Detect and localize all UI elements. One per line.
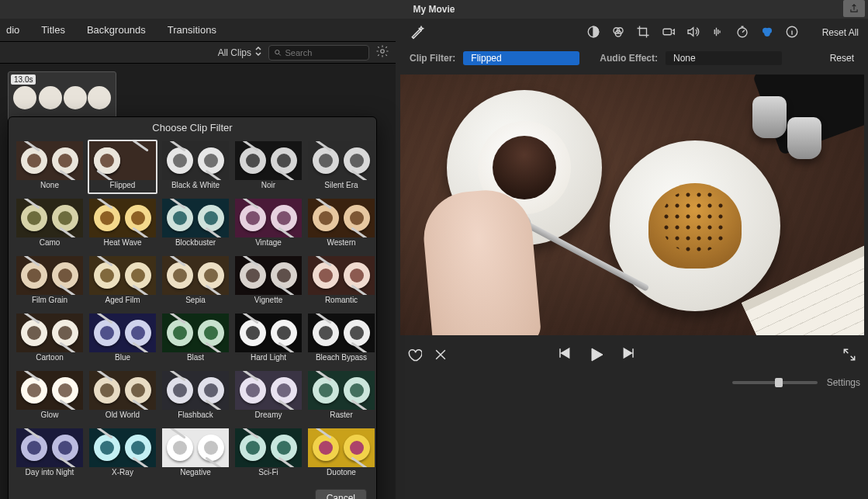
info-icon[interactable]	[785, 25, 799, 41]
filter-thumbnail	[162, 141, 229, 180]
color-correction-icon[interactable]	[611, 25, 625, 41]
audio-effect-value[interactable]: None	[666, 51, 782, 65]
filter-name: Hard Light	[251, 353, 286, 364]
filter-option-duotone[interactable]: Duotone	[306, 427, 376, 481]
filter-thumbnail	[308, 256, 375, 295]
filter-option-negative[interactable]: Negative	[161, 427, 230, 481]
speed-icon[interactable]	[735, 25, 749, 41]
filter-name: Sci-Fi	[258, 468, 278, 479]
filter-option-x-ray[interactable]: X-Ray	[88, 427, 157, 481]
volume-icon[interactable]	[686, 25, 700, 41]
filter-name: Old World	[105, 411, 140, 421]
filter-thumbnail	[16, 199, 83, 237]
filter-thumbnail	[308, 371, 375, 410]
favorite-icon[interactable]	[406, 347, 422, 365]
filter-option-raster[interactable]: Raster	[306, 369, 376, 424]
preview-viewer[interactable]	[400, 75, 864, 335]
filter-option-bleach-bypass[interactable]: Bleach Bypass	[306, 312, 376, 366]
filter-option-sepia[interactable]: Sepia	[161, 255, 230, 309]
color-balance-icon[interactable]	[586, 25, 600, 41]
zoom-slider[interactable]	[732, 381, 818, 384]
filter-name: Vintage	[255, 238, 282, 249]
filter-name: Sepia	[185, 296, 206, 307]
reset-all-button[interactable]: Reset All	[822, 27, 859, 38]
filter-name: Blue	[115, 353, 130, 364]
filter-name: Negative	[180, 468, 210, 479]
filter-option-flashback[interactable]: Flashback	[161, 369, 230, 424]
window-title: My Movie	[413, 4, 455, 15]
reject-icon[interactable]	[433, 347, 448, 365]
next-frame-icon[interactable]	[621, 345, 637, 366]
filter-option-cartoon[interactable]: Cartoon	[15, 312, 85, 366]
share-button[interactable]	[843, 0, 865, 17]
clip-filter-value[interactable]: Flipped	[463, 51, 579, 65]
filter-thumbnail	[162, 256, 229, 295]
settings-button[interactable]: Settings	[827, 377, 860, 388]
clip-filter-icon[interactable]	[760, 25, 774, 41]
filter-option-western[interactable]: Western	[306, 197, 376, 251]
search-input[interactable]	[268, 45, 369, 61]
filter-option-old-world[interactable]: Old World	[88, 369, 157, 424]
search-field[interactable]	[285, 48, 365, 57]
reset-button[interactable]: Reset	[830, 53, 854, 64]
filter-option-black-white[interactable]: Black & White	[161, 140, 230, 194]
scope-label: All Clips	[218, 47, 251, 58]
filter-name: Romantic	[325, 296, 358, 307]
filter-thumbnail	[162, 371, 229, 410]
noise-reduction-icon[interactable]	[711, 25, 724, 41]
auto-enhance-icon[interactable]	[410, 24, 425, 42]
filter-name: Blast	[187, 353, 204, 364]
filter-option-silent-era[interactable]: Silent Era	[306, 140, 376, 194]
filter-option-vignette[interactable]: Vignette	[233, 255, 303, 309]
stepper-icon	[254, 46, 262, 59]
filter-option-aged-film[interactable]: Aged Film	[88, 255, 157, 309]
filter-thumbnail	[16, 256, 83, 295]
filter-option-romantic[interactable]: Romantic	[306, 255, 376, 309]
filter-option-flipped[interactable]: Flipped	[88, 140, 157, 194]
filter-option-film-grain[interactable]: Film Grain	[15, 255, 85, 309]
filter-option-hard-light[interactable]: Hard Light	[233, 312, 303, 366]
filter-thumbnail	[162, 199, 229, 237]
filter-option-day-into-night[interactable]: Day into Night	[15, 427, 85, 481]
filter-option-vintage[interactable]: Vintage	[233, 197, 303, 251]
filter-option-camo[interactable]: Camo	[15, 197, 85, 251]
clip-filter-label: Clip Filter:	[410, 53, 455, 64]
gear-icon[interactable]	[375, 44, 389, 61]
svg-point-0	[275, 50, 279, 54]
tab-transitions[interactable]: Transitions	[168, 24, 216, 36]
filter-thumbnail	[308, 428, 375, 467]
tab-backgrounds[interactable]: Backgrounds	[87, 24, 146, 36]
filter-name: Raster	[330, 411, 352, 421]
stabilization-icon[interactable]	[661, 25, 675, 41]
filter-option-dreamy[interactable]: Dreamy	[233, 369, 303, 424]
filter-option-blue[interactable]: Blue	[88, 312, 157, 366]
filter-option-sci-fi[interactable]: Sci-Fi	[233, 427, 303, 481]
filter-option-blast[interactable]: Blast	[161, 312, 230, 366]
filter-option-noir[interactable]: Noir	[233, 140, 303, 194]
filter-name: Noir	[261, 181, 275, 192]
panel-title: Choose Clip Filter	[9, 117, 376, 140]
filter-thumbnail	[308, 199, 375, 237]
filter-thumbnail	[235, 199, 302, 237]
filter-thumbnail	[16, 371, 83, 410]
play-icon[interactable]	[587, 345, 606, 366]
tab-audio[interactable]: dio	[6, 24, 19, 36]
crop-icon[interactable]	[636, 25, 650, 41]
cancel-button[interactable]: Cancel	[315, 489, 367, 499]
filter-option-none[interactable]: None	[15, 140, 85, 194]
filter-name: None	[40, 181, 59, 192]
filter-name: Silent Era	[324, 181, 358, 192]
filter-name: Western	[327, 238, 355, 249]
filter-thumbnail	[16, 428, 83, 467]
filter-option-glow[interactable]: Glow	[15, 369, 85, 424]
fullscreen-icon[interactable]	[842, 347, 857, 365]
filter-thumbnail	[89, 371, 156, 410]
filter-option-heat-wave[interactable]: Heat Wave	[88, 197, 157, 251]
tab-titles[interactable]: Titles	[41, 24, 65, 36]
filter-name: Flashback	[178, 411, 213, 421]
filter-thumbnail	[89, 141, 156, 180]
filter-option-blockbuster[interactable]: Blockbuster	[161, 197, 230, 251]
prev-frame-icon[interactable]	[556, 345, 572, 366]
scope-selector[interactable]: All Clips	[218, 46, 262, 59]
filter-thumbnail	[89, 314, 156, 352]
